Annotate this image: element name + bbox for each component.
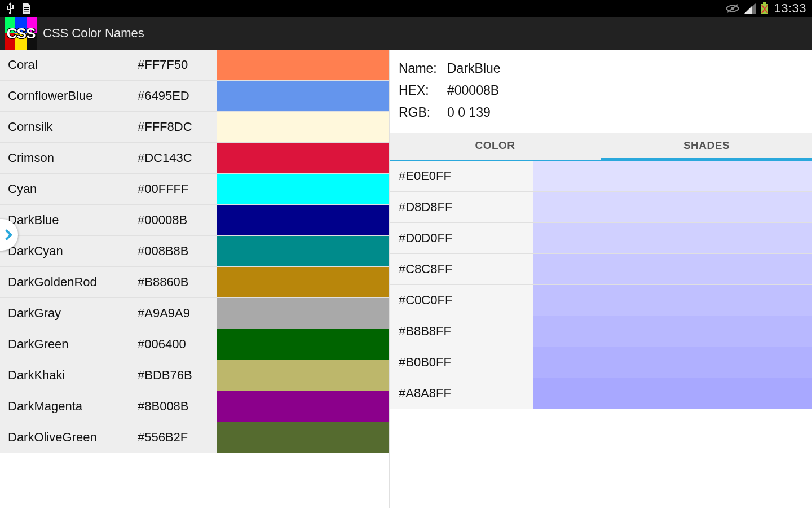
shade-swatch [533,223,812,253]
color-swatch [217,174,389,204]
color-swatch [217,298,389,329]
color-row[interactable]: Coral#FF7F50 [0,50,389,81]
action-bar: CSS CSS Color Names [0,17,812,50]
shade-swatch [533,285,812,316]
shade-hex: #C8C8FF [390,262,533,277]
svg-rect-6 [24,9,29,10]
screen: 13:33 CSS CSS Color Names [0,0,812,508]
color-name: Crimson [0,151,138,165]
color-swatch [217,267,389,297]
svg-rect-5 [24,7,29,8]
detail-pane: Name: DarkBlue HEX: #00008B RGB: 0 0 139 [390,50,812,508]
eye-off-icon [725,3,740,14]
color-name: DarkKhaki [0,368,138,383]
detail-name-value: DarkBlue [447,58,506,80]
color-swatch [217,81,389,111]
color-name: DarkBlue [0,213,138,227]
shade-swatch [533,347,812,378]
status-right: 13:33 [725,1,812,16]
shade-hex: #A8A8FF [390,386,533,401]
color-name: DarkMagenta [0,399,138,414]
color-hex: #8B008B [138,399,217,414]
detail-rgb-label: RGB: [399,102,447,124]
color-swatch [217,143,389,173]
shade-row[interactable]: #B8B8FF [390,316,812,347]
shade-swatch [533,161,812,191]
color-row[interactable]: DarkBlue#00008B [0,205,389,236]
color-row[interactable]: DarkMagenta#8B008B [0,391,389,422]
tab-color[interactable]: COLOR [390,133,601,161]
color-row[interactable]: CornflowerBlue#6495ED [0,81,389,112]
color-hex: #556B2F [138,430,217,445]
color-row[interactable]: Cyan#00FFFF [0,174,389,205]
color-swatch [217,205,389,235]
app-icon-label: CSS [5,17,37,50]
tabs: COLOR SHADES [390,133,812,161]
shade-hex: #D8D8FF [390,200,533,214]
svg-rect-3 [7,6,8,8]
color-hex: #FF7F50 [138,58,217,72]
app-icon[interactable]: CSS [5,17,37,50]
shade-row[interactable]: #D0D0FF [390,223,812,254]
shade-row[interactable]: #D8D8FF [390,192,812,223]
shade-row[interactable]: #A8A8FF [390,378,812,409]
shade-row[interactable]: #C0C0FF [390,285,812,316]
color-name: DarkGray [0,306,138,321]
color-hex: #BDB76B [138,368,217,383]
battery-icon [760,2,769,15]
color-name: CornflowerBlue [0,89,138,103]
color-hex: #A9A9A9 [138,306,217,321]
shade-swatch [533,254,812,284]
color-row[interactable]: DarkCyan#008B8B [0,236,389,267]
color-hex: #006400 [138,337,217,352]
shade-hex: #E0E0FF [390,169,533,183]
svg-marker-11 [744,6,752,14]
svg-point-2 [9,12,11,14]
color-row[interactable]: DarkOliveGreen#556B2F [0,422,389,453]
shade-row[interactable]: #B0B0FF [390,347,812,378]
color-hex: #00FFFF [138,182,217,196]
tab-color-label: COLOR [475,139,515,152]
color-row[interactable]: DarkGreen#006400 [0,329,389,360]
shade-swatch [533,378,812,409]
color-hex: #DC143C [138,151,217,165]
color-swatch [217,422,389,453]
color-swatch [217,391,389,422]
color-row[interactable]: Cornsilk#FFF8DC [0,112,389,143]
tab-shades[interactable]: SHADES [601,133,812,161]
shade-hex: #B0B0FF [390,355,533,370]
signal-icon [744,3,756,14]
svg-rect-7 [24,11,29,11]
shades-list[interactable]: #E0E0FF#D8D8FF#D0D0FF#C8C8FF#C0C0FF#B8B8… [390,161,812,508]
body: Coral#FF7F50CornflowerBlue#6495EDCornsil… [0,50,812,508]
color-swatch [217,112,389,142]
usb-icon [5,2,16,15]
color-name: DarkCyan [0,244,138,259]
shade-hex: #B8B8FF [390,324,533,339]
color-hex: #6495ED [138,89,217,103]
chevron-right-icon [1,229,12,240]
color-row[interactable]: Crimson#DC143C [0,143,389,174]
shade-swatch [533,192,812,222]
detail-hex-value: #00008B [447,80,506,102]
color-detail: Name: DarkBlue HEX: #00008B RGB: 0 0 139 [390,50,812,133]
detail-name-label: Name: [399,58,447,80]
color-name: DarkOliveGreen [0,430,138,445]
color-row[interactable]: DarkGray#A9A9A9 [0,298,389,329]
detail-rgb-value: 0 0 139 [447,102,506,124]
color-hex: #00008B [138,213,217,227]
color-name: DarkGoldenRod [0,275,138,290]
color-list[interactable]: Coral#FF7F50CornflowerBlue#6495EDCornsil… [0,50,390,508]
color-name: Cyan [0,182,138,196]
app-title: CSS Color Names [43,26,144,41]
shade-hex: #C0C0FF [390,293,533,308]
shade-swatch [533,316,812,347]
color-swatch [217,329,389,360]
shade-row[interactable]: #C8C8FF [390,254,812,285]
color-row[interactable]: DarkGoldenRod#B8860B [0,267,389,298]
color-row[interactable]: DarkKhaki#BDB76B [0,360,389,391]
detail-hex-label: HEX: [399,80,447,102]
shade-row[interactable]: #E0E0FF [390,161,812,192]
status-left [0,2,32,15]
color-hex: #008B8B [138,244,217,259]
